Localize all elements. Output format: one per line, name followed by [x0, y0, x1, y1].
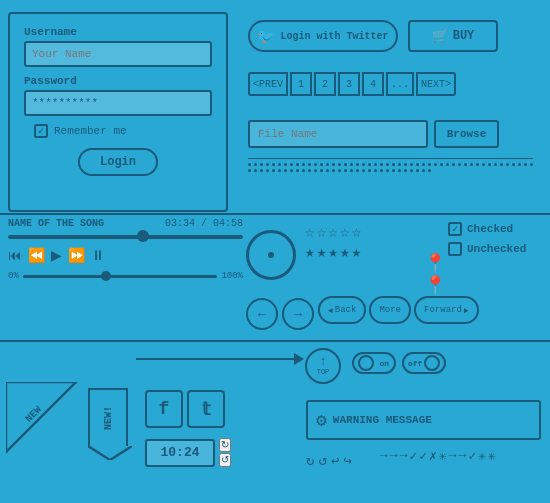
pagination: <PREV 1 2 3 4 ... NEXT> [248, 72, 456, 96]
star-filled-3[interactable]: ★ [328, 245, 338, 261]
forward-button[interactable]: Forward ► [414, 296, 479, 324]
clock-down-button[interactable]: ↺ [219, 453, 231, 467]
dot [398, 169, 401, 172]
dot [422, 163, 425, 166]
star-filled-5[interactable]: ★ [352, 245, 362, 261]
toggle-off-button[interactable]: off [402, 352, 446, 374]
login-panel: Username Password Remember me Login [8, 12, 228, 212]
song-title: NAME OF THE SONG [8, 218, 104, 229]
dot [374, 169, 377, 172]
arrow-right-1: → [380, 448, 388, 464]
toggle-on-button[interactable]: on [352, 352, 396, 374]
star-3[interactable]: ☆ [328, 225, 338, 241]
password-input[interactable] [24, 90, 212, 116]
song-time: 03:34 / 04:58 [165, 218, 243, 229]
page-1-button[interactable]: 1 [290, 72, 312, 96]
dial-circle[interactable] [246, 230, 296, 280]
progress-thumb[interactable] [137, 230, 149, 242]
dot [296, 169, 299, 172]
dot [320, 163, 323, 166]
dot [440, 163, 443, 166]
dial-section [246, 230, 301, 285]
clock-time: 10:24 [160, 445, 199, 460]
star-1[interactable]: ☆ [305, 225, 315, 241]
unchecked-item: Unchecked [448, 242, 526, 256]
deco-arrows: → → → ✓ ✓ ✗ ✳ → → ✓ ✳ ✳ [380, 448, 540, 464]
volume-thumb[interactable] [101, 271, 111, 281]
left-nav-button[interactable]: ← [246, 298, 278, 330]
star-filled-4[interactable]: ★ [340, 245, 350, 261]
divider-solid [248, 158, 533, 159]
arrow-right-5: → [459, 448, 467, 464]
symbol-4: ↪ [343, 452, 351, 469]
right-nav-button[interactable]: → [282, 298, 314, 330]
unchecked-checkbox[interactable] [448, 242, 462, 256]
check-mark-2: ✓ [419, 448, 427, 464]
dot [512, 163, 515, 166]
stars-row-1: ☆ ☆ ☆ ☆ ☆ [305, 225, 361, 241]
browse-button[interactable]: Browse [434, 120, 499, 148]
dot [260, 163, 263, 166]
twitter-icon-btn[interactable]: 𝕥 [187, 390, 225, 428]
ribbon-corner: NEW [6, 382, 81, 457]
cross-1: ✗ [429, 448, 437, 464]
play-button[interactable]: ▶ [51, 247, 62, 263]
prev-page-button[interactable]: <PREV [248, 72, 288, 96]
dot [314, 169, 317, 172]
social-section: f 𝕥 [145, 390, 225, 428]
dot [392, 163, 395, 166]
dot [254, 169, 257, 172]
dot [344, 163, 347, 166]
dot [362, 163, 365, 166]
clock-up-button[interactable]: ↻ [219, 438, 231, 452]
username-input[interactable] [24, 41, 212, 67]
warning-message-box: ⚙ WARNING MESSAGE [306, 400, 541, 440]
file-input[interactable] [248, 120, 428, 148]
volume-track[interactable] [23, 275, 218, 278]
remember-row: Remember me [34, 124, 212, 138]
star-filled-1[interactable]: ★ [305, 245, 315, 261]
dot [266, 163, 269, 166]
star-filled-2[interactable]: ★ [317, 245, 327, 261]
facebook-icon[interactable]: f [145, 390, 183, 428]
page-4-button[interactable]: 4 [362, 72, 384, 96]
asterisk-1: ✳ [439, 448, 447, 464]
more-button[interactable]: More [369, 296, 411, 324]
dot [506, 163, 509, 166]
page-2-button[interactable]: 2 [314, 72, 336, 96]
progress-track[interactable] [8, 235, 243, 239]
checkbox-section: Checked Unchecked [448, 222, 526, 262]
dot [368, 169, 371, 172]
login-button[interactable]: Login [78, 148, 158, 176]
next-page-button[interactable]: NEXT> [416, 72, 456, 96]
dot [392, 169, 395, 172]
warning-text: WARNING MESSAGE [333, 414, 432, 426]
dot [404, 169, 407, 172]
dot [416, 163, 419, 166]
up-arrow-icon: ↑ [319, 356, 326, 368]
dot [278, 163, 281, 166]
pause-button[interactable]: ⏸ [91, 247, 105, 263]
star-5[interactable]: ☆ [352, 225, 362, 241]
back-button[interactable]: ◄ Back [318, 296, 366, 324]
dot [518, 163, 521, 166]
dot [482, 163, 485, 166]
buy-button[interactable]: 🛒 BUY [408, 20, 498, 52]
star-4[interactable]: ☆ [340, 225, 350, 241]
twitter-login-button[interactable]: 🐦 Login with Twitter [248, 20, 398, 52]
username-label: Username [24, 26, 212, 38]
checked-checkbox[interactable] [448, 222, 462, 236]
dot [404, 163, 407, 166]
map-pin-icon-1: 📍 [424, 254, 446, 274]
dot [500, 163, 503, 166]
music-player: NAME OF THE SONG 03:34 / 04:58 ⏮ ⏪ ▶ ⏩ ⏸… [8, 218, 243, 281]
page-3-button[interactable]: 3 [338, 72, 360, 96]
fast-forward-button[interactable]: ⏩ [68, 247, 85, 263]
rewind-button[interactable]: ⏮ [8, 247, 22, 263]
star-2[interactable]: ☆ [317, 225, 327, 241]
dot [410, 163, 413, 166]
prev-button[interactable]: ⏪ [28, 247, 45, 263]
remember-checkbox[interactable] [34, 124, 48, 138]
scroll-top-button[interactable]: ↑ TOP [305, 348, 341, 384]
dial-center [268, 252, 274, 258]
